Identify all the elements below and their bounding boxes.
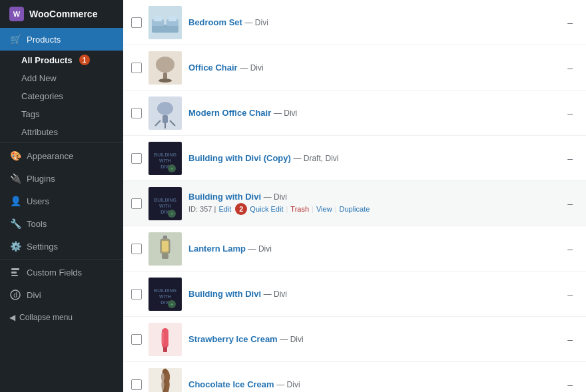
product-title[interactable]: Strawberry Ice Cream: [188, 334, 278, 344]
svg-rect-2: [11, 275, 18, 276]
product-id: ID: 357 |: [188, 205, 216, 213]
view-link[interactable]: View: [316, 205, 332, 213]
sidebar-section-custom-fields: Custom Fields d Divi: [0, 259, 123, 306]
product-info: Building with Divi (Copy) — Draft, Divi: [188, 153, 561, 163]
quick-edit-link[interactable]: Quick Edit: [250, 205, 283, 213]
svg-point-14: [158, 79, 172, 83]
plugins-label: Plugins: [27, 174, 55, 184]
svg-point-16: [157, 102, 173, 115]
product-dash: –: [567, 108, 578, 118]
sidebar-item-attributes[interactable]: Attributes: [0, 123, 123, 141]
product-checkbox[interactable]: [131, 198, 142, 209]
product-checkbox[interactable]: [131, 289, 142, 299]
svg-text:WITH: WITH: [159, 204, 171, 208]
product-title[interactable]: Modern Office Chair: [188, 108, 271, 118]
product-thumbnail: [148, 6, 182, 39]
sidebar-item-tags[interactable]: Tags: [0, 105, 123, 123]
product-dash: –: [567, 379, 578, 390]
sidebar-bottom: ◀ Collapse menu: [0, 306, 123, 329]
collapse-menu-button[interactable]: ◀ Collapse menu: [0, 306, 123, 329]
product-checkbox[interactable]: [131, 17, 142, 28]
product-title[interactable]: Bedroom Set: [188, 17, 242, 27]
product-checkbox[interactable]: [131, 108, 142, 118]
product-dash: –: [567, 334, 578, 345]
product-title[interactable]: Lantern Lamp: [188, 244, 246, 254]
tags-label: Tags: [21, 109, 39, 119]
all-products-label: All Products: [21, 55, 73, 65]
sidebar-item-all-products[interactable]: All Products 1: [0, 51, 123, 69]
product-suffix: — Divi: [276, 380, 300, 389]
sidebar-item-plugins[interactable]: 🔌 Plugins: [0, 167, 123, 190]
product-checkbox[interactable]: [131, 63, 142, 73]
product-title[interactable]: Building with Divi: [188, 289, 261, 299]
sidebar-item-settings[interactable]: ⚙️ Settings: [0, 235, 123, 258]
product-suffix: — Draft, Divi: [293, 154, 338, 163]
svg-text:BUILDING: BUILDING: [154, 288, 176, 293]
product-info: Modern Office Chair — Divi: [188, 108, 561, 118]
product-checkbox[interactable]: [131, 334, 142, 345]
sidebar-item-users[interactable]: 👤 Users: [0, 190, 123, 212]
svg-rect-17: [162, 115, 168, 123]
sidebar: W WooCommerce 🛒 Products All Products 1 …: [0, 0, 123, 392]
product-title[interactable]: Office Chair: [188, 63, 238, 73]
appearance-icon: 🎨: [9, 150, 21, 162]
users-icon: 👤: [9, 195, 21, 207]
product-title[interactable]: Building with Divi: [188, 192, 261, 202]
product-info: Strawberry Ice Cream — Divi: [188, 334, 561, 344]
product-checkbox[interactable]: [131, 153, 142, 164]
sidebar-item-tools[interactable]: 🔧 Tools: [0, 212, 123, 235]
svg-text:BUILDING: BUILDING: [154, 152, 176, 157]
product-dash: –: [567, 289, 578, 299]
sidebar-item-categories[interactable]: Categories: [0, 87, 123, 105]
sidebar-item-custom-fields[interactable]: Custom Fields: [0, 261, 123, 284]
product-info: Office Chair — Divi: [188, 63, 561, 73]
svg-rect-46: [163, 347, 167, 352]
svg-rect-36: [162, 241, 168, 252]
sidebar-item-appearance[interactable]: 🎨 Appearance: [0, 144, 123, 167]
product-thumbnail: [148, 323, 182, 356]
settings-label: Settings: [27, 242, 58, 252]
users-label: Users: [27, 196, 49, 206]
product-info: Lantern Lamp — Divi: [188, 244, 561, 254]
product-dash: –: [567, 63, 578, 73]
svg-rect-37: [162, 254, 168, 259]
svg-point-12: [156, 57, 174, 73]
table-row: Strawberry Ice Cream — Divi –: [123, 317, 586, 362]
svg-rect-13: [163, 73, 167, 79]
svg-text:+: +: [170, 301, 174, 307]
product-title[interactable]: Building with Divi (Copy): [188, 153, 291, 163]
product-checkbox[interactable]: [131, 379, 142, 390]
svg-text:BUILDING: BUILDING: [154, 198, 176, 202]
table-row: Chocolate Ice Cream — Divi –: [123, 362, 586, 392]
sidebar-item-products[interactable]: 🛒 Products: [0, 28, 123, 51]
trash-link[interactable]: Trash: [290, 205, 309, 213]
woocommerce-label: WooCommerce: [29, 9, 97, 19]
product-title[interactable]: Chocolate Ice Cream: [188, 379, 274, 389]
svg-rect-0: [11, 268, 19, 270]
svg-text:WITH: WITH: [159, 158, 171, 163]
woocommerce-logo[interactable]: W WooCommerce: [0, 0, 123, 28]
products-icon: 🛒: [9, 33, 21, 45]
edit-link[interactable]: Edit: [218, 205, 231, 213]
svg-rect-1: [11, 272, 17, 274]
appearance-label: Appearance: [27, 151, 73, 161]
main-content: Bedroom Set — Divi – Office Chair — Divi…: [123, 0, 586, 392]
product-checkbox[interactable]: [131, 244, 142, 254]
product-thumbnail: BUILDING WITH DIVI +: [148, 278, 182, 311]
product-suffix: — Divi: [264, 192, 287, 202]
svg-rect-10: [168, 16, 176, 21]
duplicate-link[interactable]: Duplicate: [339, 205, 370, 213]
divi-label: Divi: [27, 290, 41, 300]
product-info: Chocolate Ice Cream — Divi: [188, 379, 561, 389]
divi-icon: d: [9, 289, 21, 301]
tools-label: Tools: [27, 219, 47, 229]
plugins-icon: 🔌: [9, 172, 21, 184]
table-row: BUILDING WITH DIVI + Building with Divi …: [123, 181, 586, 226]
product-list: Bedroom Set — Divi – Office Chair — Divi…: [123, 0, 586, 392]
table-row: BUILDING WITH DIVI + Building with Divi …: [123, 272, 586, 317]
product-info: Bedroom Set — Divi: [188, 17, 561, 27]
attributes-label: Attributes: [21, 127, 58, 137]
categories-label: Categories: [21, 91, 63, 101]
sidebar-item-add-new[interactable]: Add New: [0, 69, 123, 87]
sidebar-item-divi[interactable]: d Divi: [0, 284, 123, 306]
